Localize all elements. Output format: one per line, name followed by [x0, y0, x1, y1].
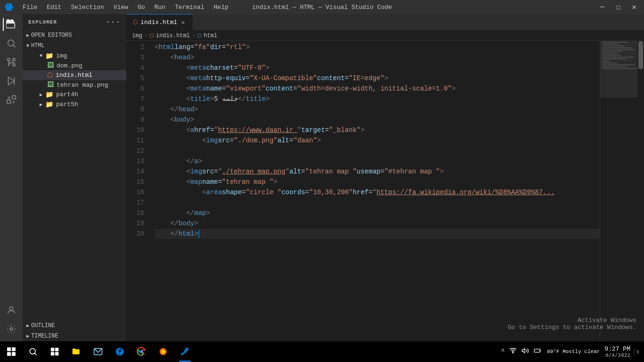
breadcrumb: img › ⬡ indix.html › ⬡ html: [126, 31, 644, 41]
code-line-17: [155, 197, 600, 208]
code-line-2: <html lang="fa" dir="rtl">: [155, 42, 600, 52]
activity-bar: [0, 14, 23, 341]
windows-logo-icon: [7, 347, 16, 356]
minimize-button[interactable]: ―: [597, 2, 608, 12]
breadcrumb-sep1: ›: [144, 33, 148, 39]
html-section[interactable]: ▼ HTML: [23, 41, 126, 51]
timeline-label: TIMELINE: [31, 333, 58, 339]
svg-point-12: [10, 328, 13, 330]
taskbar-network-icon[interactable]: [508, 346, 518, 357]
svg-point-1: [8, 40, 14, 46]
activity-settings-icon[interactable]: [3, 321, 20, 337]
tehran-png-icon: 🖼: [47, 81, 54, 89]
sidebar-item-indix-html[interactable]: ⬡ indix.html: [23, 70, 126, 80]
activity-account-icon[interactable]: [3, 302, 20, 319]
window-controls: ― ☐ ✕: [597, 1, 639, 13]
menu-help[interactable]: Help: [210, 3, 232, 12]
taskbar-tray: ^: [500, 346, 542, 357]
close-button[interactable]: ✕: [629, 1, 639, 13]
taskbar-chevron-up[interactable]: ^: [500, 347, 505, 356]
sidebar: EXPLORER ··· ▶ OPEN EDITORS ▼ HTML ▼ 📁 i…: [23, 14, 126, 341]
taskbar-firefox-icon[interactable]: [153, 341, 173, 362]
code-line-14: <img src="./tehran map.png" alt="tehran …: [155, 166, 600, 177]
taskbar-chrome-icon[interactable]: [131, 341, 152, 362]
tab-close-button[interactable]: ✕: [180, 18, 186, 26]
sidebar-bottom: ▶ OUTLINE ▶ TIMELINE: [23, 321, 126, 341]
breadcrumb-img[interactable]: img: [132, 33, 142, 39]
menu-go[interactable]: Go: [134, 3, 149, 12]
svg-point-22: [161, 350, 165, 354]
menu-file[interactable]: File: [19, 3, 41, 12]
activity-explorer-icon[interactable]: [3, 16, 20, 33]
code-line-15: <map name="tehran map ">: [155, 177, 600, 187]
sidebar-item-tehran-map[interactable]: 🖼 tehran map.png: [23, 80, 126, 90]
menu-edit[interactable]: Edit: [43, 3, 65, 12]
sidebar-item-dom-png[interactable]: 🖼 dom.png: [23, 61, 126, 70]
svg-rect-10: [12, 96, 16, 99]
line-numbers: 2 3 4 5 6 7 8 9 10 11 12 13 14 15 16 17 …: [126, 41, 150, 341]
tab-bar: ⬡ indix.html ✕: [126, 14, 644, 31]
activity-source-control-icon[interactable]: [3, 54, 20, 71]
code-line-18: </map>: [155, 208, 600, 218]
taskbar-show-desktop[interactable]: ▯: [634, 348, 640, 355]
part4h-folder-icon: 📁: [45, 90, 53, 99]
clock-date: 6/4/2022: [604, 353, 630, 358]
title-bar-left: File Edit Selection View Go Run Terminal…: [5, 3, 232, 12]
part5h-folder-icon: 📁: [45, 100, 53, 108]
taskbar: ^ 89°F Mostly clear 9:27 PM 6/4/2022 ▯: [0, 341, 644, 362]
code-line-8: </head>: [155, 104, 600, 115]
code-editor[interactable]: <html lang="fa" dir="rtl"> <head> <meta …: [150, 41, 600, 341]
taskbar-widgets-icon[interactable]: [44, 341, 65, 362]
sidebar-item-part4h[interactable]: ▶ 📁 part4h: [23, 90, 126, 99]
menu-bar: File Edit Selection View Go Run Terminal…: [19, 3, 232, 12]
sidebar-item-part5h[interactable]: ▶ 📁 part5h: [23, 99, 126, 109]
breadcrumb-indix[interactable]: indix.html: [156, 33, 190, 39]
vertical-scrollbar[interactable]: [637, 41, 644, 341]
taskbar-mail-icon[interactable]: [88, 341, 108, 362]
taskbar-file-explorer[interactable]: [66, 341, 87, 362]
outline-chevron: ▶: [26, 323, 29, 329]
editor-container: ⬡ indix.html ✕ img › ⬡ indix.html › ⬡ ht…: [126, 14, 644, 341]
menu-selection[interactable]: Selection: [67, 3, 107, 12]
sidebar-more-icon[interactable]: ···: [106, 18, 121, 26]
menu-view[interactable]: View: [110, 3, 132, 12]
breadcrumb-html-tag[interactable]: html: [204, 33, 217, 39]
dom-png-label: dom.png: [57, 62, 83, 69]
menu-terminal[interactable]: Terminal: [171, 3, 208, 12]
tab-indix-html[interactable]: ⬡ indix.html ✕: [126, 14, 193, 31]
breadcrumb-html-icon: ⬡: [149, 33, 154, 39]
sidebar-header: EXPLORER ···: [23, 14, 126, 30]
scrollbar-thumb[interactable]: [638, 41, 643, 69]
taskbar-weather[interactable]: 89°F Mostly clear: [546, 348, 601, 355]
tab-label: indix.html: [140, 19, 177, 26]
menu-run[interactable]: Run: [150, 3, 169, 12]
svg-line-14: [35, 354, 37, 355]
taskbar-clock[interactable]: 9:27 PM 6/4/2022: [604, 346, 630, 358]
outline-section[interactable]: ▶ OUTLINE: [23, 321, 126, 331]
taskbar-edge-icon[interactable]: [109, 341, 130, 362]
editor-area[interactable]: 2 3 4 5 6 7 8 9 10 11 12 13 14 15 16 17 …: [126, 41, 644, 341]
explorer-title: EXPLORER: [28, 19, 57, 25]
code-line-20: </html>: [155, 229, 600, 239]
taskbar-search-icon[interactable]: [23, 341, 43, 362]
taskbar-battery-icon[interactable]: [533, 346, 542, 357]
svg-line-2: [13, 45, 15, 47]
sidebar-item-img-folder[interactable]: ▼ 📁 img: [23, 51, 126, 61]
activity-extensions-icon[interactable]: [3, 91, 20, 108]
html-section-label: HTML: [31, 42, 45, 49]
code-line-12: [155, 146, 600, 156]
code-line-16: <area shape="circle " coords="10,30,200"…: [155, 187, 600, 197]
taskbar-vscode-icon[interactable]: [174, 341, 195, 362]
taskbar-start-button[interactable]: [0, 341, 23, 362]
part4h-label: part4h: [56, 91, 78, 98]
window-title: indix.html — HTML — Visual Studio Code: [252, 4, 392, 11]
svg-rect-16: [55, 348, 59, 352]
activity-search-icon[interactable]: [3, 35, 20, 52]
vscode-logo-icon: [5, 3, 13, 11]
maximize-button[interactable]: ☐: [613, 1, 624, 13]
open-editors-section[interactable]: ▶ OPEN EDITORS: [23, 30, 126, 41]
timeline-section[interactable]: ▶ TIMELINE: [23, 331, 126, 341]
svg-point-4: [13, 64, 16, 66]
activity-run-icon[interactable]: [3, 73, 20, 90]
taskbar-volume-icon[interactable]: [520, 346, 530, 357]
